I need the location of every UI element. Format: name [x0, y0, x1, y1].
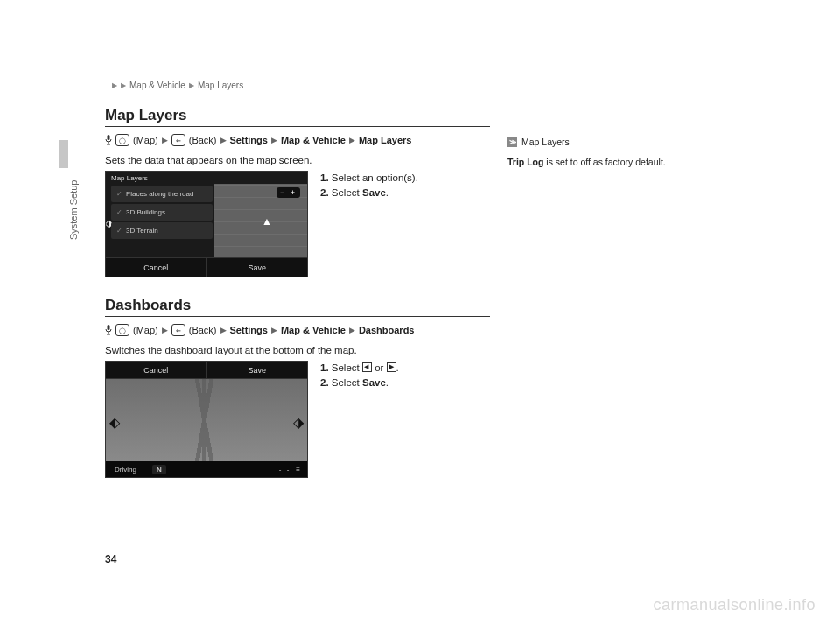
chevron-right-icon: ▶ [220, 136, 227, 144]
nav-label: (Map) [133, 325, 158, 335]
nav-label: Map & Vehicle [281, 135, 346, 145]
step-number: 2. [320, 187, 329, 198]
back-icon [172, 324, 186, 336]
chevron-right-icon: ▶ [162, 136, 168, 144]
step: 2. Select Save. [320, 376, 399, 390]
manual-page: ▶ ▶ Map & Vehicle ▶ Map Layers System Se… [0, 0, 840, 632]
step-text: or [372, 362, 387, 373]
steps: 1. Select or . 2. Select Save. [320, 361, 399, 390]
nav-label: (Back) [189, 135, 217, 145]
cursor-icon: ▲ [262, 215, 272, 228]
svg-rect-3 [108, 325, 110, 330]
map-3d-preview [106, 379, 307, 461]
step-number: 2. [320, 377, 329, 388]
layer-item: 3D Buildings [111, 204, 213, 221]
main-column: Map Layers (Map) ▶ (Back) ▶ Settings ▶ M… [105, 107, 490, 497]
note-title: Map Layers [522, 137, 570, 147]
driving-label: Driving [115, 466, 136, 474]
save-button: Save [206, 362, 308, 379]
figure-row: Map Layers ⬗ Places along the road 3D Bu… [105, 171, 490, 277]
note-header: ≫ Map Layers [508, 137, 744, 147]
note-keyword: Trip Log [508, 157, 543, 167]
breadcrumb-part: Map & Vehicle [130, 81, 186, 90]
chevron-right-icon: ▶ [162, 326, 168, 334]
layer-list: Places along the road 3D Buildings 3D Te… [111, 186, 213, 241]
breadcrumb-part: Map Layers [198, 81, 243, 90]
chevron-right-icon: ▶ [349, 326, 355, 334]
dashboard-bar: Driving N - - ≡ [106, 461, 307, 477]
section-title-dashboards: Dashboards [105, 297, 490, 317]
side-tab-marker [60, 140, 68, 168]
divider [508, 151, 744, 151]
page-number: 34 [105, 553, 116, 565]
compass-n: N [152, 465, 166, 474]
left-arrow-box-icon [362, 362, 372, 372]
side-note: ≫ Map Layers Trip Log is set to off as f… [508, 137, 744, 167]
steps: 1. Select an option(s). 2. Select Save. [320, 171, 418, 200]
step-keyword: Save [362, 187, 386, 198]
menu-icon: ≡ [296, 466, 300, 474]
save-button: Save [206, 257, 308, 277]
chevron-right-icon: ▶ [271, 326, 277, 334]
back-icon [172, 134, 186, 146]
section-title-map-layers: Map Layers [105, 107, 490, 127]
step: 1. Select or . [320, 361, 399, 376]
section-description: Switches the dashboard layout at the bot… [105, 345, 490, 355]
chevron-right-icon: ▶ [189, 81, 194, 89]
nav-label: (Back) [189, 325, 217, 335]
voice-icon [105, 135, 112, 145]
chevron-right-icon: ▶ [349, 136, 355, 144]
step-text: Select [332, 362, 362, 373]
cancel-button: Cancel [106, 257, 206, 277]
nav-label: Map & Vehicle [281, 325, 346, 335]
nav-label: Map Layers [359, 135, 412, 145]
chevron-right-icon: ▶ [112, 81, 117, 89]
chevron-right-icon: ▶ [121, 81, 126, 89]
step-number: 1. [320, 362, 329, 373]
step-number: 1. [320, 172, 329, 183]
screenshot-map-layers: Map Layers ⬗ Places along the road 3D Bu… [105, 171, 308, 277]
figure-row: Cancel Save ⬖ ⬗ Driving N - - ≡ 1. Selec… [105, 361, 490, 478]
voice-icon [105, 325, 112, 335]
breadcrumb: ▶ ▶ Map & Vehicle ▶ Map Layers [112, 81, 243, 90]
note-text: is set to off as factory default. [543, 157, 665, 167]
step-text: . [386, 187, 388, 198]
nav-path: (Map) ▶ (Back) ▶ Settings ▶ Map & Vehicl… [105, 134, 490, 146]
right-arrow-box-icon [387, 362, 396, 372]
step-keyword: Save [362, 377, 386, 388]
note-body: Trip Log is set to off as factory defaul… [508, 157, 744, 167]
svg-rect-0 [108, 135, 110, 140]
nav-label: Dashboards [359, 325, 415, 335]
cancel-button: Cancel [106, 362, 206, 379]
dash-value: - - [279, 466, 291, 474]
step: 1. Select an option(s). [320, 171, 418, 186]
right-arrow-icon: ⬗ [293, 414, 304, 431]
step-text: Select [332, 187, 362, 198]
watermark: carmanualsonline.info [653, 596, 816, 614]
nav-path: (Map) ▶ (Back) ▶ Settings ▶ Map & Vehicl… [105, 324, 490, 336]
step-text: Select [332, 377, 362, 388]
nav-label: Settings [230, 135, 268, 145]
step-text: Select an option(s). [332, 172, 418, 183]
nav-label: (Map) [133, 135, 158, 145]
left-arrow-icon: ⬖ [109, 414, 120, 431]
step: 2. Select Save. [320, 186, 418, 200]
zoom-control: − + [276, 187, 300, 198]
screenshot-dashboards: Cancel Save ⬖ ⬗ Driving N - - ≡ [105, 361, 308, 478]
shot-title: Map Layers [106, 172, 307, 185]
chevron-right-icon: ▶ [220, 326, 227, 334]
map-icon [116, 324, 130, 336]
side-tab-label: System Setup [68, 180, 79, 240]
section-description: Sets the data that appears on the map sc… [105, 155, 490, 165]
layer-item: 3D Terrain [111, 222, 213, 239]
chevron-right-icon: ▶ [271, 136, 277, 144]
note-icon: ≫ [508, 137, 517, 147]
button-bar: Cancel Save [106, 257, 307, 277]
step-text: . [396, 362, 399, 373]
top-bar: Cancel Save [106, 362, 307, 379]
layer-item: Places along the road [111, 186, 213, 202]
step-text: . [386, 377, 388, 388]
nav-label: Settings [230, 325, 268, 335]
map-icon [116, 134, 130, 146]
